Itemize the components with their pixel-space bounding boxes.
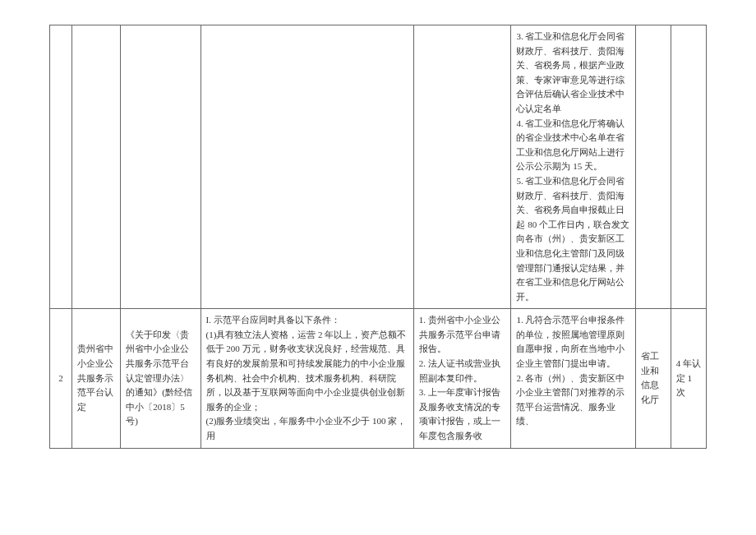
cell-empty — [71, 25, 120, 309]
table-row: 2 贵州省中小企业公共服务示范平台认定 《关于印发〈贵州省中小企业公共服务示范平… — [50, 309, 707, 448]
cell-dept: 省工业和信息化厅 — [635, 309, 671, 448]
cell-empty — [635, 25, 671, 309]
cell-procedure: 3. 省工业和信息化厅会同省财政厅、省科技厅、贵阳海关、省税务局，根据产业政策、… — [511, 25, 635, 309]
cell-empty — [121, 25, 201, 309]
cell-basis: 《关于印发〈贵州省中小企业公共服务示范平台认定管理办法〉的通知》(黔经信中小〔2… — [121, 309, 201, 448]
cell-empty — [413, 25, 511, 309]
cell-procedure: 1. 凡符合示范平台申报条件的单位，按照属地管理原则自愿申报，向所在当地中小企业… — [511, 309, 635, 448]
cell-empty — [201, 25, 413, 309]
document-page: 3. 省工业和信息化厅会同省财政厅、省科技厅、贵阳海关、省税务局，根据产业政策、… — [0, 0, 756, 535]
cell-name: 贵州省中小企业公共服务示范平台认定 — [71, 309, 120, 448]
table-row: 3. 省工业和信息化厅会同省财政厅、省科技厅、贵阳海关、省税务局，根据产业政策、… — [50, 25, 707, 309]
cell-index: 2 — [50, 309, 72, 448]
cell-empty — [50, 25, 72, 309]
cell-conditions: I. 示范平台应同时具备以下条件： (1)具有独立法人资格，运营 2 年以上，资… — [201, 309, 413, 448]
cell-materials: 1. 贵州省中小企业公共服务示范平台申请报告。 2. 法人证书或营业执照副本复印… — [413, 309, 511, 448]
cell-empty — [671, 25, 706, 309]
policy-table: 3. 省工业和信息化厅会同省财政厅、省科技厅、贵阳海关、省税务局，根据产业政策、… — [49, 25, 707, 449]
cell-freq: 4 年认定 1 次 — [671, 309, 706, 448]
